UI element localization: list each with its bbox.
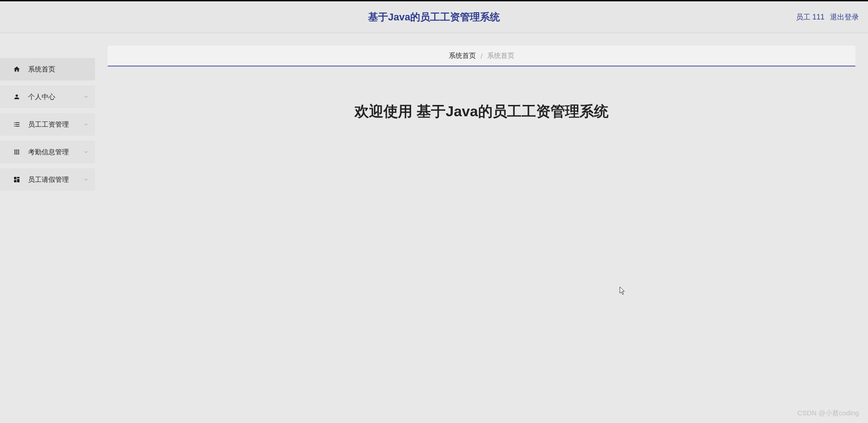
sidebar-item-label: 员工请假管理 [28,176,83,184]
breadcrumb-separator: / [480,52,482,60]
chevron-down-icon [83,149,89,155]
main-content: 系统首页 / 系统首页 欢迎使用 基于Java的员工工资管理系统 [95,33,868,422]
main-layout: 系统首页 个人中心 员工工资管理 考勤信息管理 [0,33,868,422]
header-user-area: 员工 111 退出登录 [796,12,859,22]
welcome-heading: 欢迎使用 基于Java的员工工资管理系统 [108,102,855,122]
logout-link[interactable]: 退出登录 [830,12,859,22]
breadcrumb-current: 系统首页 [487,52,514,60]
sidebar-item-label: 个人中心 [28,93,83,101]
dashboard-icon [13,176,21,184]
chevron-down-icon [83,177,89,182]
sidebar-item-label: 考勤信息管理 [28,148,83,157]
sidebar-item-home[interactable]: 系统首页 [0,58,95,81]
sidebar-nav: 系统首页 个人中心 员工工资管理 考勤信息管理 [0,33,95,422]
sidebar-item-label: 系统首页 [28,65,89,74]
grid-icon [13,148,21,156]
sidebar-item-attendance[interactable]: 考勤信息管理 [0,141,95,163]
chevron-down-icon [83,122,89,127]
sidebar-item-leave[interactable]: 员工请假管理 [0,168,95,191]
sidebar-item-salary[interactable]: 员工工资管理 [0,113,95,136]
app-title: 基于Java的员工工资管理系统 [368,10,500,24]
chevron-down-icon [83,94,89,100]
person-icon [13,93,21,101]
sidebar-item-label: 员工工资管理 [28,120,83,129]
home-icon [13,65,21,73]
breadcrumb: 系统首页 / 系统首页 [108,46,855,67]
sidebar-item-profile[interactable]: 个人中心 [0,86,95,108]
breadcrumb-root[interactable]: 系统首页 [449,52,476,60]
watermark-text: CSDN @小蔡coding [797,409,859,418]
app-header: 基于Java的员工工资管理系统 员工 111 退出登录 [0,1,868,33]
list-icon [13,120,21,128]
current-user-label[interactable]: 员工 111 [796,12,825,22]
